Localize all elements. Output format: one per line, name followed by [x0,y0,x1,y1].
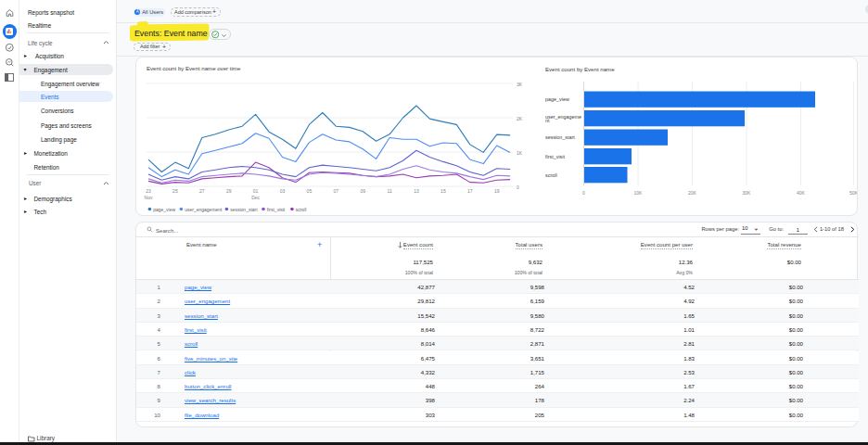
svg-text:25: 25 [172,188,178,194]
svg-text:1K: 1K [517,150,523,156]
svg-text:user_engagement: user_engagement [185,207,223,212]
svg-text:05: 05 [307,188,313,194]
svg-text:Nov: Nov [145,195,153,200]
svg-text:first_visit: first_visit [545,154,565,159]
svg-text:11: 11 [387,188,391,194]
svg-text:17: 17 [467,188,473,194]
svg-text:Dec: Dec [251,195,260,200]
svg-text:27: 27 [199,188,205,194]
svg-text:03: 03 [280,188,286,194]
svg-text:13: 13 [414,188,419,194]
svg-text:09: 09 [360,188,365,194]
svg-text:50K: 50K [849,190,857,196]
svg-text:nt: nt [545,118,550,123]
svg-text:scroll: scroll [296,207,307,212]
svg-text:scroll: scroll [545,172,557,178]
svg-text:20K: 20K [688,190,697,196]
svg-text:first_visit: first_visit [267,207,286,212]
svg-text:19: 19 [494,188,500,194]
svg-text:15: 15 [440,188,446,194]
svg-text:10K: 10K [634,190,644,196]
svg-text:29: 29 [226,188,232,194]
svg-text:page_view: page_view [545,96,569,102]
svg-text:session_start: session_start [230,207,258,212]
svg-text:23: 23 [146,188,151,194]
svg-text:session_start: session_start [545,134,575,140]
svg-text:0: 0 [517,184,519,190]
svg-text:30K: 30K [743,190,752,196]
svg-text:2K: 2K [517,116,523,121]
svg-text:0: 0 [582,190,585,196]
svg-text:3K: 3K [517,82,523,87]
svg-text:user_engageme: user_engageme [545,114,581,120]
svg-text:07: 07 [334,188,339,194]
svg-text:40K: 40K [797,190,806,196]
svg-text:01: 01 [253,188,259,194]
svg-text:page_view: page_view [153,207,175,212]
